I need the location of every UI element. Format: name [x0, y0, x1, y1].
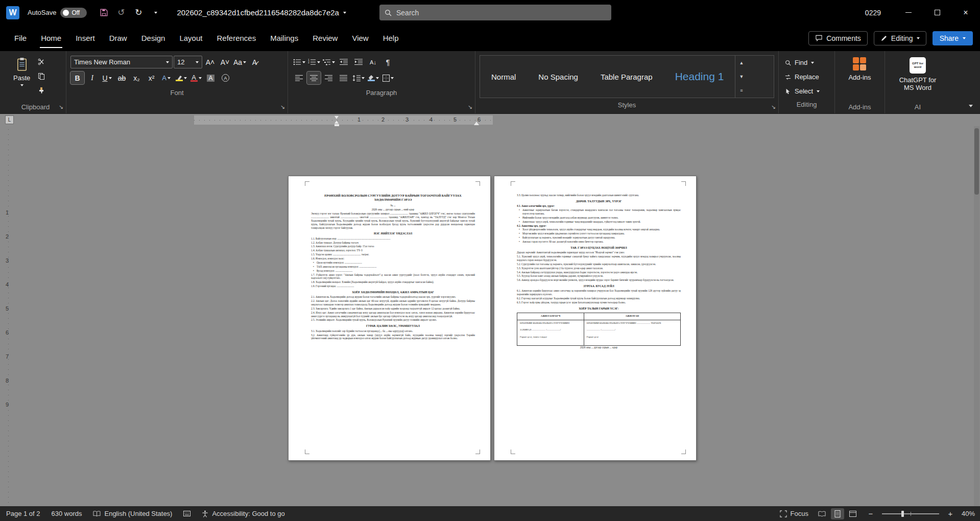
italic-button[interactable]: I — [85, 72, 99, 84]
tab-design[interactable]: Design — [134, 25, 173, 51]
numbering-button[interactable]: 12 — [307, 56, 321, 68]
addins-button[interactable]: Add-ins — [844, 54, 875, 100]
tab-home[interactable]: Home — [34, 25, 68, 51]
find-button[interactable]: Find — [783, 56, 830, 69]
style-table-paragraph[interactable]: Table Paragrap — [589, 56, 664, 98]
styles-scroll-down-button[interactable]: ▼ — [735, 69, 747, 83]
char-shading-button[interactable]: A — [204, 72, 218, 84]
grow-font-button[interactable]: A˄ — [203, 56, 217, 68]
bold-button[interactable]: B — [70, 72, 84, 84]
shrink-font-button[interactable]: A˅ — [218, 56, 232, 68]
tab-view[interactable]: View — [345, 25, 375, 51]
style-heading-1[interactable]: Heading 1 — [664, 56, 735, 98]
tab-help[interactable]: Help — [376, 25, 406, 51]
subscript-button[interactable]: x₂ — [130, 72, 144, 84]
redo-button[interactable]: ↻ — [131, 5, 146, 20]
line-spacing-button[interactable] — [351, 72, 365, 84]
font-dialog-launcher[interactable]: ↘ — [280, 104, 285, 110]
word-count[interactable]: 630 words — [52, 510, 82, 517]
format-painter-button[interactable] — [34, 84, 48, 97]
zoom-in-button[interactable]: + — [946, 509, 954, 518]
styles-more-button[interactable]: ≡ — [735, 84, 747, 98]
style-no-spacing[interactable]: No Spacing — [527, 56, 589, 98]
tab-file[interactable]: File — [7, 25, 34, 51]
decrease-indent-button[interactable] — [337, 56, 350, 68]
sort-button[interactable]: A↓ — [366, 56, 380, 68]
align-left-button[interactable] — [292, 72, 306, 84]
align-center-button[interactable] — [307, 72, 321, 84]
document-canvas[interactable]: 123456789 ЕРӨНХИЙ БОЛОВСРОЛЫН СУРГУУЛИЙН… — [0, 126, 980, 506]
clipboard-dialog-launcher[interactable]: ↘ — [59, 104, 63, 110]
cut-button[interactable] — [34, 55, 48, 68]
copy-button[interactable] — [34, 69, 48, 82]
zoom-level[interactable]: 40% — [962, 510, 975, 517]
undo-button[interactable]: ↺ — [113, 5, 129, 20]
justify-button[interactable] — [337, 72, 350, 84]
bullets-button[interactable] — [292, 56, 306, 68]
user-badge[interactable]: 0229 — [865, 9, 881, 17]
focus-button[interactable]: Focus — [780, 510, 808, 517]
select-button[interactable]: Select — [783, 85, 830, 98]
autosave-toggle[interactable]: Off — [60, 8, 87, 18]
accessibility-status[interactable]: Accessibility: Good to go — [202, 510, 284, 517]
align-right-button[interactable] — [322, 72, 336, 84]
language-indicator[interactable]: English (United States) — [93, 510, 172, 517]
tab-layout[interactable]: Layout — [172, 25, 209, 51]
shading-button[interactable] — [366, 72, 380, 84]
tab-draw[interactable]: Draw — [102, 25, 134, 51]
ruler-vertical[interactable]: 123456789 — [4, 126, 13, 506]
search-box[interactable] — [379, 5, 611, 20]
view-print-layout-button[interactable] — [831, 508, 844, 519]
show-marks-button[interactable]: ¶ — [381, 56, 395, 68]
paste-button[interactable]: Paste — [9, 54, 34, 100]
style-normal[interactable]: Normal — [480, 56, 527, 98]
superscript-button[interactable]: x² — [145, 72, 158, 84]
underline-button[interactable]: U — [100, 72, 114, 84]
indent-marker[interactable] — [334, 116, 339, 127]
tab-mailings[interactable]: Mailings — [263, 25, 305, 51]
tab-review[interactable]: Review — [305, 25, 345, 51]
autosave-control[interactable]: AutoSave Off — [28, 8, 87, 18]
tab-references[interactable]: References — [209, 25, 263, 51]
view-read-mode-button[interactable] — [816, 508, 829, 519]
clear-formatting-button[interactable]: A̷ — [248, 56, 261, 68]
strikethrough-button[interactable]: ab — [115, 72, 129, 84]
view-web-layout-button[interactable] — [846, 508, 859, 519]
font-family-select[interactable]: Times New Roman — [70, 56, 173, 68]
document-page-2[interactable]: 3.3. Цалин хөлснөөс хуульд заасан татвар… — [494, 176, 697, 461]
close-button[interactable]: × — [951, 0, 980, 25]
document-title[interactable]: 202602_c89342d1cfbed2116548282da8dc7e2a — [177, 8, 346, 17]
highlight-button[interactable] — [174, 72, 188, 84]
zoom-out-button[interactable]: − — [867, 509, 875, 518]
share-button[interactable]: Share — [933, 31, 973, 45]
scrollbar-vertical[interactable] — [974, 126, 979, 506]
document-page-1[interactable]: ЕРӨНХИЙ БОЛОВСРОЛЫН СУРГУУЛИЙН ДОТУУР БА… — [288, 176, 491, 461]
tab-stop-selector[interactable]: L — [5, 115, 14, 124]
minimize-button[interactable] — [894, 0, 923, 25]
change-case-button[interactable]: Aa — [233, 56, 247, 68]
page-indicator[interactable]: Page 1 of 2 — [6, 510, 40, 517]
search-input[interactable] — [396, 9, 606, 17]
paragraph-dialog-launcher[interactable]: ↘ — [468, 104, 472, 110]
scrollbar-thumb[interactable] — [974, 128, 979, 195]
proofing-indicator[interactable] — [183, 511, 190, 516]
multilevel-list-button[interactable] — [322, 56, 336, 68]
chatgpt-button[interactable]: GPT for word ChatGPT for MS Word — [890, 54, 946, 100]
font-size-select[interactable]: 12 — [174, 56, 202, 68]
enclose-characters-button[interactable]: A — [219, 72, 232, 84]
text-effects-button[interactable]: A — [159, 72, 173, 84]
increase-indent-button[interactable] — [351, 56, 365, 68]
editing-mode-button[interactable]: Editing — [874, 31, 926, 45]
word-logo-icon[interactable]: W — [6, 6, 19, 19]
maximize-button[interactable] — [923, 0, 951, 25]
font-color-button[interactable]: A — [189, 72, 203, 84]
tab-insert[interactable]: Insert — [68, 25, 102, 51]
ruler-horizontal[interactable]: 123456 — [194, 115, 493, 125]
styles-scroll-up-button[interactable]: ▲ — [735, 56, 747, 69]
collapse-ribbon-button[interactable] — [969, 101, 973, 110]
borders-button[interactable] — [381, 72, 395, 84]
zoom-slider[interactable] — [882, 513, 939, 514]
styles-dialog-launcher[interactable]: ↘ — [771, 104, 776, 110]
comments-button[interactable]: Comments — [808, 31, 868, 45]
save-button[interactable] — [96, 5, 111, 20]
